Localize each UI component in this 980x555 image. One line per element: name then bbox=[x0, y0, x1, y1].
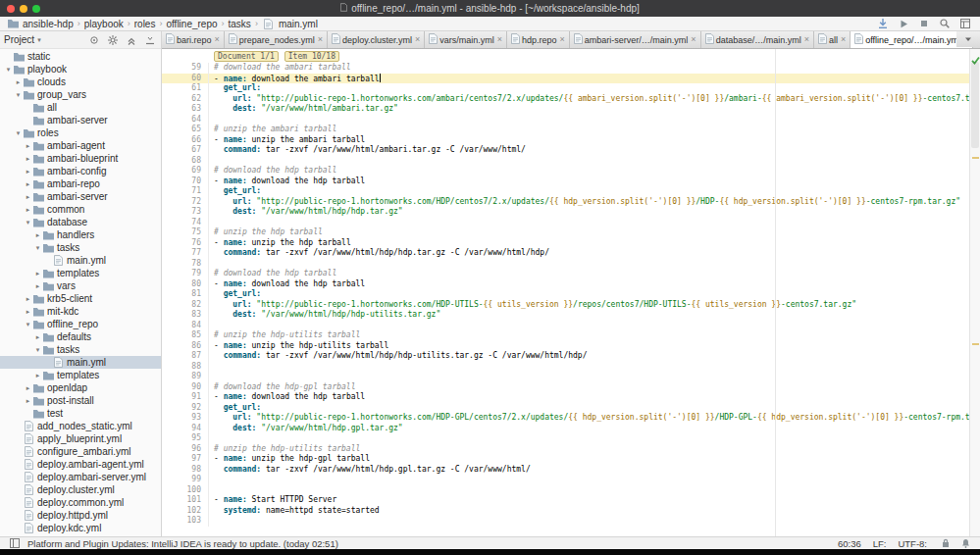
editor-tab[interactable]: vars/main.yml× bbox=[425, 31, 507, 48]
window-icon[interactable] bbox=[958, 18, 972, 30]
tree-item[interactable]: ▸defaults bbox=[0, 330, 161, 343]
tree-item[interactable]: ▸templates bbox=[0, 369, 161, 381]
code-line[interactable]: 79# download the hdp tarball bbox=[162, 269, 969, 279]
code-line[interactable]: 103 bbox=[162, 516, 969, 527]
code-line[interactable]: 80- name: download the hdp tarball bbox=[162, 279, 969, 290]
code-line[interactable]: 100 bbox=[162, 485, 969, 496]
editor-tab[interactable]: prepare_nodes.yml× bbox=[225, 31, 328, 48]
lock-icon[interactable] bbox=[939, 537, 953, 550]
close-tab-icon[interactable]: × bbox=[691, 35, 696, 44]
editor-tab[interactable]: bari.repo× bbox=[162, 31, 225, 48]
collapsed-arrow-icon[interactable]: ▸ bbox=[24, 295, 32, 303]
maximize-window-button[interactable] bbox=[32, 5, 40, 13]
tree-item[interactable]: deploy.cluster.yml bbox=[0, 483, 161, 496]
code-scroll-area[interactable]: Document 1/1 Item 10/18 59# download the… bbox=[162, 49, 969, 536]
code-line[interactable]: 89 bbox=[162, 372, 969, 382]
code-line[interactable]: 61 get_url: bbox=[162, 83, 969, 94]
tree-item[interactable]: static bbox=[0, 50, 161, 63]
tree-item[interactable]: ▸templates bbox=[0, 267, 161, 279]
code-line[interactable]: 91- name: download the hdp tarball bbox=[162, 392, 969, 403]
line-separator-indicator[interactable]: LF: bbox=[873, 538, 887, 549]
close-tab-icon[interactable]: × bbox=[415, 35, 420, 44]
code-line[interactable]: 59# download the ambari tarball bbox=[162, 63, 969, 74]
tree-item[interactable]: apply_blueprint.yml bbox=[0, 432, 161, 445]
tree-item[interactable]: main.yml bbox=[0, 356, 161, 369]
tree-item[interactable]: ▸ambari-config bbox=[0, 165, 161, 177]
tree-item[interactable]: ▸ambari-agent bbox=[0, 139, 161, 152]
code-line[interactable]: 71 get_url: bbox=[162, 186, 969, 197]
tree-item[interactable]: ▸krb5-client bbox=[0, 292, 161, 305]
code-line[interactable]: 70- name: download the hdp tarball bbox=[162, 177, 969, 187]
tree-item[interactable]: all bbox=[0, 101, 161, 114]
tree-item[interactable]: add_nodes_static.yml bbox=[0, 420, 161, 432]
code-line[interactable]: 63 dest: "/var/www/html/ambari.tar.gz" bbox=[162, 104, 969, 115]
expanded-arrow-icon[interactable]: ▾ bbox=[33, 244, 42, 252]
collapsed-arrow-icon[interactable]: ▸ bbox=[33, 282, 42, 290]
code-line[interactable]: 75# unzip the hdp tarball bbox=[162, 227, 969, 238]
collapsed-arrow-icon[interactable]: ▸ bbox=[24, 206, 32, 214]
tree-item[interactable]: ▾group_vars bbox=[0, 88, 161, 101]
tree-item[interactable]: ▸clouds bbox=[0, 76, 161, 88]
tree-item[interactable]: deploy.common.yml bbox=[0, 496, 161, 509]
code-line[interactable]: 82 url: "http://public-repo-1.hortonwork… bbox=[162, 300, 969, 311]
breadcrumb-item[interactable]: roles bbox=[134, 19, 156, 29]
close-tab-icon[interactable]: × bbox=[318, 35, 323, 44]
code-line[interactable]: 77 command: tar -zxvf /var/www/html/hdp/… bbox=[162, 248, 969, 259]
expanded-arrow-icon[interactable]: ▾ bbox=[14, 91, 23, 99]
tree-item[interactable]: deploy.ambari-server.yml bbox=[0, 471, 161, 483]
tree-item[interactable]: ▾roles bbox=[0, 126, 161, 139]
locate-icon[interactable] bbox=[87, 33, 101, 46]
collapsed-arrow-icon[interactable]: ▸ bbox=[24, 180, 32, 188]
code-line[interactable]: 74 bbox=[162, 218, 969, 228]
close-tab-icon[interactable]: × bbox=[560, 35, 565, 44]
editor-tab[interactable]: all× bbox=[814, 31, 851, 48]
file-encoding-indicator[interactable]: UTF-8: bbox=[898, 538, 927, 549]
code-line[interactable]: 92 get_url: bbox=[162, 403, 969, 414]
tree-item[interactable]: main.yml bbox=[0, 254, 161, 267]
tree-item[interactable]: ▸post-install bbox=[0, 394, 161, 407]
search-icon[interactable] bbox=[938, 18, 952, 30]
code-line[interactable]: 68 bbox=[162, 156, 969, 167]
tree-item[interactable]: deploy.httpd.yml bbox=[0, 509, 161, 522]
code-line[interactable]: 72 url: "http://public-repo-1.hortonwork… bbox=[162, 197, 969, 208]
collapsed-arrow-icon[interactable]: ▸ bbox=[24, 155, 32, 163]
code-line[interactable]: 76- name: unzip the hdp tarball bbox=[162, 238, 969, 249]
collapsed-arrow-icon[interactable]: ▸ bbox=[24, 168, 32, 176]
code-line[interactable]: 81 get_url: bbox=[162, 289, 969, 300]
expanded-arrow-icon[interactable]: ▾ bbox=[24, 321, 32, 328]
code-line[interactable]: 88 bbox=[162, 362, 969, 373]
close-tab-icon[interactable]: × bbox=[804, 35, 809, 44]
code-line[interactable]: 86- name: unzip the hdp-utilits tarball bbox=[162, 341, 969, 352]
code-line[interactable]: 62 url: "http://public-repo-1.hortonwork… bbox=[162, 94, 969, 105]
code-line[interactable]: 65# unzip the ambari tarball bbox=[162, 125, 969, 135]
tree-item[interactable]: ambari-server bbox=[0, 114, 161, 126]
close-window-button[interactable] bbox=[7, 5, 15, 13]
code-line[interactable]: 93 url: "http://public-repo-1.hortonwork… bbox=[162, 413, 969, 424]
code-line[interactable]: 83 dest: "/var/www/html/hdp/hdp-utilits.… bbox=[162, 310, 969, 321]
warning-stripe-mark[interactable] bbox=[972, 157, 979, 159]
tree-item[interactable]: ▾playbook bbox=[0, 63, 161, 76]
code-line[interactable]: 69# download the hdp tarball bbox=[162, 166, 969, 177]
tree-item[interactable]: ▸ambari-blueprint bbox=[0, 152, 161, 165]
tree-item[interactable]: deploy.kdc.yml bbox=[0, 522, 161, 534]
tree-item[interactable]: configure_ambari.yml bbox=[0, 445, 161, 458]
collapsed-arrow-icon[interactable]: ▸ bbox=[33, 372, 42, 379]
tree-item[interactable]: ▸mit-kdc bbox=[0, 305, 161, 318]
stop-icon[interactable] bbox=[917, 18, 931, 30]
code-line[interactable]: 96# unzip the hdp-utilits tarball bbox=[162, 444, 969, 455]
collapsed-arrow-icon[interactable]: ▸ bbox=[33, 270, 42, 278]
collapsed-arrow-icon[interactable]: ▸ bbox=[14, 78, 23, 86]
minimize-window-button[interactable] bbox=[20, 5, 27, 13]
breadcrumb-item[interactable]: tasks bbox=[229, 19, 251, 29]
editor-tab[interactable]: database/…/main.yml× bbox=[701, 31, 814, 48]
code-line[interactable]: 87 command: tar -zxvf /var/www/html/hdp/… bbox=[162, 351, 969, 362]
breadcrumb-item[interactable]: offline_repo bbox=[166, 19, 217, 29]
code-line[interactable]: 99 bbox=[162, 475, 969, 485]
tree-item[interactable]: deploy.ambari-agent.yml bbox=[0, 458, 161, 471]
scrollbar-thumb[interactable] bbox=[971, 62, 979, 148]
editor-tab[interactable]: deploy.cluster.yml× bbox=[328, 31, 425, 48]
code-line[interactable]: 78 bbox=[162, 259, 969, 270]
close-tab-icon[interactable]: × bbox=[841, 35, 846, 44]
collapsed-arrow-icon[interactable]: ▸ bbox=[24, 308, 32, 316]
warning-stripe-mark[interactable] bbox=[972, 343, 979, 345]
